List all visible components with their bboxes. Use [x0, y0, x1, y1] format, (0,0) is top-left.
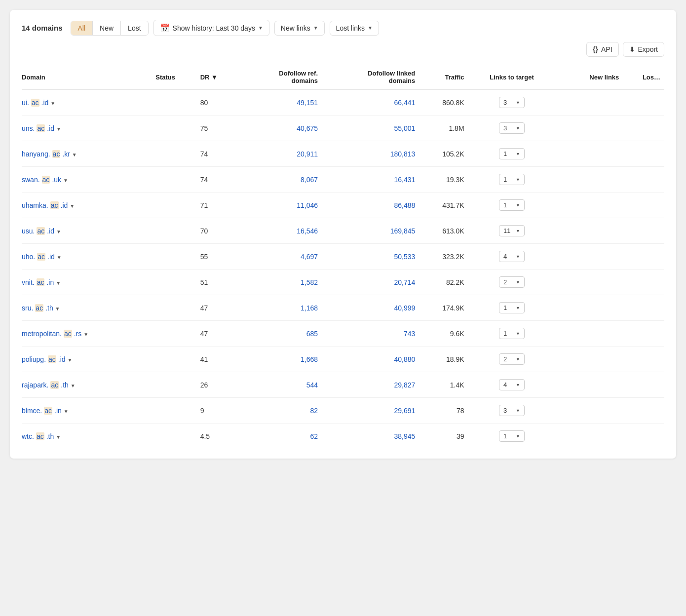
new-links-cell — [559, 141, 623, 167]
dofollow-linked-cell: 743 — [322, 321, 419, 346]
links-caret-icon: ▼ — [516, 306, 520, 310]
dofollow-ref-cell: 82 — [241, 398, 322, 424]
filter-all-button[interactable]: All — [71, 21, 93, 35]
dofollow-linked-link[interactable]: 20,714 — [394, 278, 415, 286]
domain-caret-icon[interactable]: ▼ — [57, 255, 62, 260]
links-to-target-dropdown[interactable]: 1▼ — [499, 328, 525, 339]
domain-caret-icon[interactable]: ▼ — [56, 126, 61, 132]
domain-link[interactable]: uns.ac.id — [22, 124, 54, 132]
filter-lost-button[interactable]: Lost — [120, 21, 148, 35]
dofollow-ref-link[interactable]: 40,675 — [297, 124, 318, 132]
dofollow-linked-link[interactable]: 16,431 — [394, 176, 415, 184]
dofollow-ref-link[interactable]: 49,151 — [297, 99, 318, 107]
lost-links-dropdown-button[interactable]: Lost links ▼ — [330, 21, 379, 36]
new-links-dropdown-button[interactable]: New links ▼ — [274, 21, 325, 36]
dofollow-linked-link[interactable]: 66,441 — [394, 99, 415, 107]
domain-highlight: ac — [31, 99, 39, 107]
links-to-target-dropdown[interactable]: 4▼ — [499, 251, 525, 262]
domain-highlight: ac — [64, 330, 72, 338]
domain-caret-icon[interactable]: ▼ — [56, 434, 61, 440]
domain-link[interactable]: sru.ac.th — [22, 304, 53, 312]
history-dropdown-button[interactable]: 📅 Show history: Last 30 days ▼ — [153, 20, 269, 36]
dofollow-ref-cell: 40,675 — [241, 116, 322, 141]
domain-link[interactable]: wtc.ac.th — [22, 432, 54, 440]
domain-caret-icon[interactable]: ▼ — [50, 101, 55, 106]
domain-caret-icon[interactable]: ▼ — [63, 178, 68, 183]
domain-caret-icon[interactable]: ▼ — [56, 229, 61, 234]
links-to-target-dropdown[interactable]: 3▼ — [499, 97, 525, 108]
domain-caret-icon[interactable]: ▼ — [72, 152, 77, 157]
dofollow-ref-link[interactable]: 16,546 — [297, 227, 318, 235]
dofollow-linked-link[interactable]: 180,813 — [390, 150, 416, 158]
links-to-target-dropdown[interactable]: 1▼ — [499, 174, 525, 185]
dofollow-ref-link[interactable]: 685 — [306, 330, 318, 338]
status-cell — [155, 244, 200, 270]
links-caret-icon: ▼ — [516, 152, 520, 156]
domain-link[interactable]: hanyang.ac.kr — [22, 150, 70, 158]
links-to-target-dropdown[interactable]: 1▼ — [499, 302, 525, 313]
domain-caret-icon[interactable]: ▼ — [70, 203, 75, 209]
dofollow-linked-link[interactable]: 86,488 — [394, 201, 415, 209]
api-button[interactable]: {} API — [586, 42, 618, 57]
filter-new-button[interactable]: New — [92, 21, 120, 35]
links-count: 1 — [503, 201, 507, 209]
domain-caret-icon[interactable]: ▼ — [83, 332, 88, 337]
dofollow-linked-link[interactable]: 40,880 — [394, 355, 415, 363]
links-to-target-dropdown[interactable]: 1▼ — [499, 199, 525, 211]
links-to-target-dropdown[interactable]: 2▼ — [499, 276, 525, 288]
links-to-target-cell: 4▼ — [468, 244, 560, 270]
dofollow-linked-link[interactable]: 29,827 — [394, 381, 415, 389]
domain-link[interactable]: rajapark.ac.th — [22, 381, 69, 389]
domain-caret-icon[interactable]: ▼ — [55, 306, 60, 311]
links-to-target-cell: 3▼ — [468, 398, 560, 424]
dofollow-ref-link[interactable]: 82 — [310, 407, 318, 415]
domain-link[interactable]: uho.ac.id — [22, 253, 55, 261]
links-to-target-dropdown[interactable]: 1▼ — [499, 430, 525, 442]
domain-caret-icon[interactable]: ▼ — [71, 383, 76, 388]
dofollow-ref-link[interactable]: 4,697 — [301, 253, 318, 261]
links-to-target-dropdown[interactable]: 3▼ — [499, 122, 525, 134]
col-dr[interactable]: DR ▼ — [200, 65, 241, 90]
dofollow-linked-link[interactable]: 169,845 — [390, 227, 416, 235]
dofollow-ref-link[interactable]: 1,168 — [301, 304, 318, 312]
domain-link[interactable]: usu.ac.id — [22, 227, 54, 235]
dofollow-linked-link[interactable]: 50,533 — [394, 253, 415, 261]
links-to-target-dropdown[interactable]: 1▼ — [499, 148, 525, 159]
links-to-target-dropdown[interactable]: 3▼ — [499, 405, 525, 416]
domain-link[interactable]: blmce.ac.in — [22, 407, 62, 415]
links-to-target-cell: 11▼ — [468, 218, 560, 244]
export-button[interactable]: ⬇ Export — [623, 42, 664, 57]
domain-link[interactable]: metropolitan.ac.rs — [22, 330, 81, 338]
dofollow-ref-link[interactable]: 1,582 — [301, 278, 318, 286]
dofollow-ref-link[interactable]: 1,668 — [301, 355, 318, 363]
lost-cell — [623, 244, 664, 270]
api-label: API — [601, 45, 612, 53]
dofollow-linked-link[interactable]: 40,999 — [394, 304, 415, 312]
domain-link[interactable]: poliupg.ac.id — [22, 355, 66, 363]
history-label: Show history: Last 30 days — [173, 24, 255, 32]
domain-caret-icon[interactable]: ▼ — [56, 280, 61, 286]
dofollow-ref-link[interactable]: 62 — [310, 432, 318, 440]
dofollow-ref-link[interactable]: 20,911 — [297, 150, 318, 158]
dofollow-linked-link[interactable]: 29,691 — [394, 407, 415, 415]
domain-link[interactable]: ui.ac.id — [22, 99, 48, 107]
dofollow-linked-link[interactable]: 38,945 — [394, 432, 415, 440]
dofollow-linked-link[interactable]: 743 — [404, 330, 415, 338]
dofollow-linked-link[interactable]: 55,001 — [394, 124, 415, 132]
traffic-cell: 431.7K — [419, 192, 468, 218]
lost-cell — [623, 270, 664, 295]
domain-caret-icon[interactable]: ▼ — [64, 409, 69, 414]
links-to-target-dropdown[interactable]: 11▼ — [499, 225, 525, 236]
dr-cell: 71 — [200, 192, 241, 218]
domain-caret-icon[interactable]: ▼ — [68, 357, 73, 363]
links-count: 11 — [503, 227, 510, 234]
status-cell — [155, 321, 200, 346]
links-to-target-dropdown[interactable]: 2▼ — [499, 353, 525, 365]
dofollow-ref-link[interactable]: 11,046 — [297, 201, 318, 209]
dofollow-ref-link[interactable]: 8,067 — [301, 176, 318, 184]
domain-link[interactable]: vnit.ac.in — [22, 278, 54, 286]
domain-link[interactable]: swan.ac.uk — [22, 176, 61, 184]
links-to-target-dropdown[interactable]: 4▼ — [499, 379, 525, 390]
dofollow-ref-link[interactable]: 544 — [306, 381, 318, 389]
domain-link[interactable]: uhamka.ac.id — [22, 201, 68, 209]
